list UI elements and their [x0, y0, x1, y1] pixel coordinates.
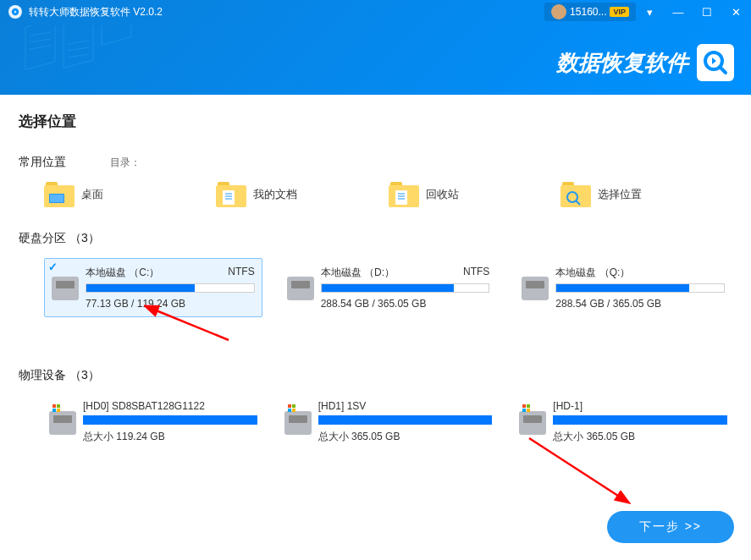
svg-line-6: [30, 46, 51, 49]
check-icon: ✓: [48, 261, 58, 273]
close-button[interactable]: ✕: [729, 6, 743, 19]
dropdown-icon[interactable]: ▾: [643, 6, 656, 19]
usage-bar: [555, 283, 725, 293]
svg-rect-34: [527, 409, 530, 412]
location-label: 我的文档: [253, 187, 297, 202]
partition-card[interactable]: 本地磁盘 （D:）NTFS 288.54 GB / 365.05 GB: [279, 258, 498, 317]
svg-rect-30: [292, 409, 295, 412]
folder-icon: [44, 182, 75, 207]
device-card[interactable]: [HD1] 1SV 总大小 365.05 GB: [279, 395, 498, 449]
partition-name: 本地磁盘 （D:）: [321, 266, 395, 280]
avatar: [551, 4, 566, 19]
partition-name: 本地磁盘 （C:）: [86, 266, 159, 280]
partition-card[interactable]: ✓ 本地磁盘 （C:）NTFS 77.13 GB / 119.24 GB: [44, 258, 262, 317]
svg-rect-12: [50, 195, 64, 202]
svg-line-9: [68, 54, 89, 58]
drive-icon: [287, 277, 314, 300]
svg-rect-26: [57, 409, 60, 412]
folder-icon: [389, 182, 419, 207]
dir-label: 目录：: [110, 156, 141, 170]
brand-area: 数据恢复软件: [556, 44, 734, 81]
partition-name: 本地磁盘 （Q:）: [555, 266, 630, 280]
next-button[interactable]: 下一步 >>: [607, 511, 734, 543]
window-controls: ▾ — ☐ ✕: [643, 6, 743, 19]
common-locations-header: 常用位置: [19, 155, 110, 170]
svg-rect-31: [522, 404, 526, 408]
usage-bar: [321, 283, 490, 293]
partition-size: 288.54 GB / 365.05 GB: [555, 298, 725, 310]
svg-line-4: [30, 32, 51, 36]
svg-rect-25: [52, 409, 56, 412]
svg-rect-33: [522, 409, 526, 412]
device-name: [HD0] SD8SBAT128G1122: [83, 400, 257, 412]
svg-line-5: [30, 39, 51, 42]
svg-rect-28: [292, 404, 295, 408]
device-bar: [83, 415, 257, 425]
user-id: 15160...: [570, 6, 606, 18]
page-title: 选择位置: [19, 112, 732, 131]
partition-size: 288.54 GB / 365.05 GB: [321, 298, 490, 310]
partitions-row: ✓ 本地磁盘 （C:）NTFS 77.13 GB / 119.24 GB 本地磁…: [19, 258, 732, 317]
device-card[interactable]: [HD0] SD8SBAT128G1122 总大小 119.24 GB: [44, 395, 262, 449]
svg-rect-24: [57, 404, 60, 408]
app-header: 转转大师数据恢复软件 V2.0.2 15160... VIP ▾ — ☐ ✕ 数…: [0, 0, 751, 95]
folder-icon: [560, 182, 591, 207]
location-label: 桌面: [81, 187, 103, 202]
location-label: 回收站: [426, 187, 459, 202]
partition-fs: NTFS: [463, 266, 489, 280]
drive-icon: [519, 411, 546, 435]
partitions-header: 硬盘分区 （3）: [19, 231, 732, 246]
svg-line-7: [68, 41, 89, 44]
titlebar: 转转大师数据恢复软件 V2.0.2 15160... VIP ▾ — ☐ ✕: [0, 0, 751, 24]
main-content: 选择位置 常用位置 目录： 桌面 我的文档 回收站 选择位置 硬盘分区 （3） …: [0, 95, 751, 466]
user-badge[interactable]: 15160... VIP: [544, 3, 636, 21]
partition-fs: NTFS: [228, 266, 254, 280]
location-item-browse[interactable]: 选择位置: [560, 182, 732, 207]
device-size: 总大小 365.05 GB: [553, 430, 727, 444]
drive-icon: [522, 277, 549, 300]
devices-row: [HD0] SD8SBAT128G1122 总大小 119.24 GB [HD1…: [19, 395, 732, 449]
partition-card[interactable]: 本地磁盘 （Q:） 288.54 GB / 365.05 GB: [514, 258, 732, 317]
svg-rect-13: [223, 190, 235, 205]
device-bar: [553, 415, 727, 425]
svg-line-8: [68, 47, 89, 51]
svg-rect-17: [395, 190, 407, 205]
location-item-desktop[interactable]: 桌面: [44, 182, 216, 207]
partition-size: 77.13 GB / 119.24 GB: [86, 298, 255, 310]
svg-rect-32: [527, 404, 530, 408]
devices-header: 物理设备 （3）: [19, 368, 732, 383]
device-bar: [318, 415, 493, 425]
svg-rect-3: [102, 25, 131, 45]
common-locations-row: 桌面 我的文档 回收站 选择位置: [19, 182, 732, 207]
vip-badge: VIP: [610, 7, 629, 17]
app-logo-icon: [8, 5, 22, 19]
device-size: 总大小 365.05 GB: [318, 430, 493, 444]
svg-rect-29: [288, 409, 291, 412]
usage-bar: [86, 283, 255, 293]
location-item-documents[interactable]: 我的文档: [216, 182, 388, 207]
drive-icon: [49, 411, 76, 435]
decor-pattern: [17, 25, 169, 93]
svg-line-22: [576, 200, 580, 205]
svg-rect-27: [288, 404, 291, 408]
device-name: [HD1] 1SV: [318, 400, 493, 412]
maximize-button[interactable]: ☐: [700, 6, 714, 19]
drive-icon: [284, 411, 312, 435]
brand-icon: [697, 44, 734, 81]
app-title: 转转大师数据恢复软件 V2.0.2: [29, 5, 544, 19]
brand-text: 数据恢复软件: [556, 48, 688, 78]
drive-icon: [52, 277, 79, 300]
minimize-button[interactable]: —: [671, 6, 685, 19]
device-card[interactable]: [HD-1] 总大小 365.05 GB: [514, 395, 732, 449]
device-size: 总大小 119.24 GB: [83, 430, 257, 444]
device-name: [HD-1]: [553, 400, 727, 412]
svg-rect-2: [64, 25, 93, 68]
svg-rect-23: [52, 404, 56, 408]
folder-icon: [216, 182, 246, 207]
location-label: 选择位置: [598, 187, 642, 202]
location-item-recycle[interactable]: 回收站: [389, 182, 560, 207]
